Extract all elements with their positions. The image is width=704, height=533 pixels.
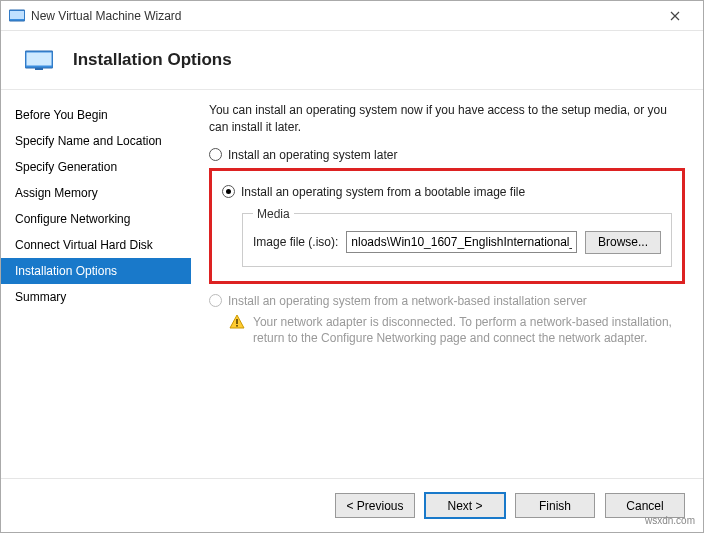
content-pane: You can install an operating system now …: [191, 90, 703, 478]
sidebar-item-summary[interactable]: Summary: [1, 284, 191, 310]
radio-icon: [222, 185, 235, 198]
sidebar-item-assign-memory[interactable]: Assign Memory: [1, 180, 191, 206]
sidebar-item-installation-options[interactable]: Installation Options: [1, 258, 191, 284]
sidebar-item-configure-networking[interactable]: Configure Networking: [1, 206, 191, 232]
browse-button[interactable]: Browse...: [585, 231, 661, 254]
svg-rect-5: [236, 319, 238, 324]
next-button[interactable]: Next >: [425, 493, 505, 518]
option-install-later-label: Install an operating system later: [228, 148, 397, 162]
page-title: Installation Options: [73, 50, 232, 70]
svg-rect-6: [236, 325, 238, 327]
option-install-network-section: Install an operating system from a netwo…: [209, 294, 685, 348]
wizard-window: New Virtual Machine Wizard Installation …: [0, 0, 704, 533]
monitor-icon: [25, 49, 53, 71]
sidebar-item-specify-name[interactable]: Specify Name and Location: [1, 128, 191, 154]
warning-icon: [229, 314, 245, 330]
network-warning: Your network adapter is disconnected. To…: [229, 314, 685, 348]
svg-rect-4: [35, 68, 43, 70]
radio-icon: [209, 148, 222, 161]
image-file-label: Image file (.iso):: [253, 235, 338, 249]
media-group: Media Image file (.iso): Browse...: [242, 207, 672, 267]
option-install-bootable[interactable]: Install an operating system from a boota…: [222, 185, 672, 199]
wizard-footer: < Previous Next > Finish Cancel: [1, 478, 703, 532]
option-install-bootable-label: Install an operating system from a boota…: [241, 185, 525, 199]
highlighted-option-box: Install an operating system from a boota…: [209, 168, 685, 284]
close-button[interactable]: [655, 2, 695, 30]
watermark: wsxdn.com: [645, 515, 695, 526]
titlebar: New Virtual Machine Wizard: [1, 1, 703, 31]
media-legend: Media: [253, 207, 294, 221]
window-title: New Virtual Machine Wizard: [31, 9, 655, 23]
app-icon: [9, 8, 25, 24]
option-install-later[interactable]: Install an operating system later: [209, 148, 685, 162]
network-warning-text: Your network adapter is disconnected. To…: [253, 314, 685, 348]
sidebar: Before You Begin Specify Name and Locati…: [1, 90, 191, 478]
radio-icon: [209, 294, 222, 307]
sidebar-item-specify-generation[interactable]: Specify Generation: [1, 154, 191, 180]
wizard-header: Installation Options: [1, 31, 703, 89]
image-file-input[interactable]: [346, 231, 577, 253]
previous-button[interactable]: < Previous: [335, 493, 415, 518]
svg-rect-3: [27, 53, 52, 66]
finish-button[interactable]: Finish: [515, 493, 595, 518]
intro-text: You can install an operating system now …: [209, 102, 685, 136]
option-install-network: Install an operating system from a netwo…: [209, 294, 685, 308]
option-install-network-label: Install an operating system from a netwo…: [228, 294, 587, 308]
wizard-body: Before You Begin Specify Name and Locati…: [1, 89, 703, 478]
sidebar-item-connect-vhd[interactable]: Connect Virtual Hard Disk: [1, 232, 191, 258]
svg-rect-1: [10, 11, 24, 19]
sidebar-item-before-you-begin[interactable]: Before You Begin: [1, 102, 191, 128]
